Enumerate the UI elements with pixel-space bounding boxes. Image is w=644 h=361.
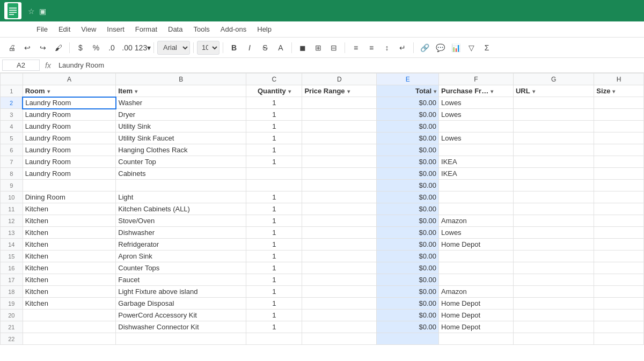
cell-20-d[interactable] <box>302 310 377 321</box>
cell-1-d[interactable]: Price Range▾ <box>302 85 377 97</box>
cell-1-g[interactable]: URL▾ <box>513 85 594 97</box>
cell-10-e[interactable]: $0.00 <box>377 191 439 203</box>
comment-button[interactable]: 💬 <box>433 40 448 55</box>
strikethrough-button[interactable]: S <box>258 40 273 55</box>
filter-icon-b[interactable]: ▾ <box>135 89 137 94</box>
cell-20-c[interactable]: 1 <box>246 310 302 321</box>
font-color-button[interactable]: A <box>273 40 288 55</box>
cell-7-a[interactable]: Laundry Room <box>23 156 116 168</box>
filter-icon-f[interactable]: ▾ <box>491 89 493 94</box>
wrap-button[interactable]: ↵ <box>395 40 410 55</box>
cell-16-f[interactable] <box>439 262 514 274</box>
cell-14-f[interactable]: Home Depot <box>439 239 514 251</box>
cell-3-f[interactable]: Lowes <box>439 109 514 121</box>
cell-18-g[interactable] <box>513 286 594 298</box>
cell-10-h[interactable] <box>594 191 644 203</box>
cell-13-a[interactable]: Kitchen <box>23 227 116 239</box>
cell-11-c[interactable]: 1 <box>246 203 302 215</box>
undo-button[interactable]: ↩ <box>20 40 35 55</box>
percent-button[interactable]: % <box>89 40 104 55</box>
cell-11-e[interactable]: $0.00 <box>377 203 439 215</box>
cell-16-e[interactable]: $0.00 <box>377 262 439 274</box>
cell-21-d[interactable] <box>302 321 377 333</box>
align-center-button[interactable]: ≡ <box>364 40 379 55</box>
cell-3-a[interactable]: Laundry Room <box>23 109 116 121</box>
cell-9-d[interactable] <box>302 180 377 191</box>
cell-21-b[interactable]: Dishwasher Connector Kit <box>116 321 246 333</box>
cell-2-h[interactable] <box>594 97 644 109</box>
menu-edit[interactable]: Edit <box>54 23 75 35</box>
col-header-g[interactable]: G <box>513 73 594 85</box>
filter-icon-g[interactable]: ▾ <box>532 89 535 94</box>
filter-icon-a[interactable]: ▾ <box>47 89 50 94</box>
spreadsheet-container[interactable]: A B C D E F G H 1Room▾Item▾Quantity▾Pric… <box>0 73 644 361</box>
cell-9-a[interactable] <box>23 180 116 191</box>
cell-22-a[interactable] <box>23 333 116 345</box>
cell-13-c[interactable]: 1 <box>246 227 302 239</box>
cell-1-e[interactable]: Total▾ <box>377 85 439 97</box>
cell-15-d[interactable] <box>302 251 377 262</box>
col-header-a[interactable]: A <box>23 73 116 85</box>
cell-19-d[interactable] <box>302 298 377 310</box>
cell-1-h[interactable]: Size▾ <box>594 85 644 97</box>
cell-1-c[interactable]: Quantity▾ <box>246 85 302 97</box>
cell-5-g[interactable] <box>513 132 594 144</box>
cell-13-g[interactable] <box>513 227 594 239</box>
cell-7-b[interactable]: Counter Top <box>116 156 246 168</box>
number-format-button[interactable]: 123▾ <box>135 40 150 55</box>
cell-21-h[interactable] <box>594 321 644 333</box>
cell-11-h[interactable] <box>594 203 644 215</box>
cell-3-c[interactable]: 1 <box>246 109 302 121</box>
formula-input[interactable] <box>56 60 642 70</box>
cell-6-b[interactable]: Hanging Clothes Rack <box>116 144 246 156</box>
cell-11-d[interactable] <box>302 203 377 215</box>
cell-8-h[interactable] <box>594 168 644 180</box>
cell-11-f[interactable] <box>439 203 514 215</box>
cell-4-h[interactable] <box>594 121 644 132</box>
col-header-f[interactable]: F <box>439 73 514 85</box>
star-icon[interactable]: ☆ <box>28 7 35 16</box>
cell-12-h[interactable] <box>594 215 644 227</box>
cell-19-f[interactable]: Home Depot <box>439 298 514 310</box>
cell-16-g[interactable] <box>513 262 594 274</box>
cell-21-e[interactable]: $0.00 <box>377 321 439 333</box>
cell-2-a[interactable]: Laundry Room <box>23 97 116 109</box>
cell-5-a[interactable]: Laundry Room <box>23 132 116 144</box>
cell-17-f[interactable] <box>439 274 514 286</box>
cell-3-b[interactable]: Dryer <box>116 109 246 121</box>
cell-12-d[interactable] <box>302 215 377 227</box>
cell-2-c[interactable]: 1 <box>246 97 302 109</box>
cell-22-g[interactable] <box>513 333 594 345</box>
cell-8-c[interactable] <box>246 168 302 180</box>
cell-18-c[interactable]: 1 <box>246 286 302 298</box>
cell-16-h[interactable] <box>594 262 644 274</box>
cell-15-e[interactable]: $0.00 <box>377 251 439 262</box>
menu-view[interactable]: View <box>77 23 100 35</box>
cell-16-a[interactable]: Kitchen <box>23 262 116 274</box>
cell-22-d[interactable] <box>302 333 377 345</box>
filter-icon-e[interactable]: ▾ <box>434 89 436 94</box>
cell-14-d[interactable] <box>302 239 377 251</box>
cell-18-b[interactable]: Light Fixture above island <box>116 286 246 298</box>
cell-15-g[interactable] <box>513 251 594 262</box>
cell-10-d[interactable] <box>302 191 377 203</box>
col-header-e[interactable]: E <box>377 73 439 85</box>
cell-6-f[interactable] <box>439 144 514 156</box>
cell-2-b[interactable]: Washer <box>116 97 246 109</box>
menu-help[interactable]: Help <box>253 23 276 35</box>
function-button[interactable]: Σ <box>479 40 494 55</box>
menu-data[interactable]: Data <box>164 23 187 35</box>
cell-12-c[interactable]: 1 <box>246 215 302 227</box>
redo-button[interactable]: ↪ <box>35 40 50 55</box>
cell-7-d[interactable] <box>302 156 377 168</box>
cell-3-d[interactable] <box>302 109 377 121</box>
menu-format[interactable]: Format <box>131 23 162 35</box>
cell-21-f[interactable]: Home Depot <box>439 321 514 333</box>
cell-14-e[interactable]: $0.00 <box>377 239 439 251</box>
menu-file[interactable]: File <box>32 23 52 35</box>
col-header-b[interactable]: B <box>116 73 246 85</box>
cell-15-c[interactable]: 1 <box>246 251 302 262</box>
cell-2-f[interactable]: Lowes <box>439 97 514 109</box>
cell-18-f[interactable]: Amazon <box>439 286 514 298</box>
cell-4-a[interactable]: Laundry Room <box>23 121 116 132</box>
